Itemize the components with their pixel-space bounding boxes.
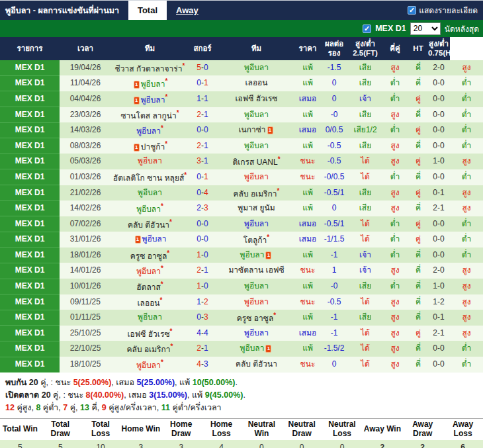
team-name[interactable]: พูอีบลา bbox=[138, 188, 162, 197]
summary-segment: คู่สูง/ครึ่งเวลา, bbox=[107, 403, 161, 412]
show-detail-checkbox[interactable]: ✓ bbox=[408, 6, 416, 15]
away-team-cell: พูอีบลา bbox=[216, 216, 296, 232]
team-name[interactable]: พูอีบลา bbox=[244, 219, 269, 228]
summary-segment: 20 bbox=[42, 390, 51, 400]
team-name[interactable]: คลับ ตีฮัวนา bbox=[236, 359, 277, 369]
match-row: MEX D101/03/26ฮัตเลติโก ซาน หลุยส์*0-1พู… bbox=[0, 169, 483, 185]
team-name[interactable]: พูอีบลา bbox=[136, 126, 161, 136]
handicap-result-cell: เสีย bbox=[349, 75, 381, 91]
team-name[interactable]: คลับ ตีฮัวนา bbox=[128, 220, 169, 230]
red-card-icon: 1 bbox=[134, 144, 140, 152]
star-marker: * bbox=[161, 124, 163, 132]
odd-even-cell: คี่ bbox=[409, 138, 427, 154]
team-name[interactable]: พูอีบลา bbox=[244, 63, 269, 72]
star-marker: * bbox=[182, 62, 185, 69]
team-name[interactable]: คลับ อเมริกา bbox=[234, 189, 277, 199]
handicap-result-cell: ได้ bbox=[349, 341, 381, 357]
over-under-ft-cell: สูง bbox=[381, 60, 409, 76]
home-score: 2 bbox=[197, 343, 201, 353]
match-row: MEX D104/04/261พูอีบลา*1-1เอฟซี ฮัวเรซเส… bbox=[0, 91, 483, 107]
league-cell: MEX D1 bbox=[0, 138, 60, 154]
date-cell: 31/01/26 bbox=[60, 232, 111, 247]
odd-even-cell: คี่ bbox=[409, 247, 427, 263]
team-name[interactable]: พูอีบลา bbox=[244, 110, 269, 119]
match-row: MEX D125/10/25เอฟซี ฮัวเรซ*4-4พูอีบลาเสม… bbox=[0, 326, 483, 341]
team-name[interactable]: โตลูก้า bbox=[243, 236, 267, 245]
team-name[interactable]: คลับ อเมริกา bbox=[127, 345, 171, 354]
handicap-result-cell: เจ้า bbox=[349, 91, 381, 107]
team-name[interactable]: พูอีบลา bbox=[141, 79, 165, 89]
team-name[interactable]: เลออน bbox=[138, 298, 160, 308]
away-score: 1 bbox=[204, 156, 208, 165]
match-count-select[interactable]: 20 bbox=[410, 22, 441, 35]
star-marker: * bbox=[267, 234, 269, 241]
odd-even-cell: คู่ bbox=[409, 216, 427, 232]
team-name[interactable]: ครูซ อาซูล bbox=[237, 314, 273, 323]
home-score: 0 bbox=[197, 78, 201, 87]
stats-column-header: Away Win bbox=[362, 419, 402, 440]
odds-cell: -0/0.5 bbox=[319, 169, 349, 185]
stats-value: 0 bbox=[242, 440, 282, 448]
team-name[interactable]: มาซัตลาน เอฟซี bbox=[228, 265, 284, 275]
away-team-cell: โตลูก้า* bbox=[216, 232, 296, 247]
star-marker: * bbox=[278, 156, 281, 163]
score-cell: 1-2 bbox=[189, 294, 216, 310]
team-name[interactable]: พูอีบลา bbox=[240, 343, 265, 353]
home-score: 3 bbox=[197, 156, 201, 165]
tab-total[interactable]: Total bbox=[128, 1, 167, 20]
team-name[interactable]: พูอีบลา bbox=[141, 95, 165, 105]
date-cell: 21/02/26 bbox=[60, 185, 111, 201]
team-name[interactable]: พูอีบลา bbox=[138, 156, 162, 165]
score-cell: 1-0 bbox=[189, 279, 216, 294]
team-name[interactable]: ฮัตเลติโก ซาน หลุยส์ bbox=[113, 173, 184, 183]
team-name[interactable]: พูมาส ยูนัม bbox=[238, 203, 275, 212]
team-name[interactable]: พูอีบลา bbox=[244, 328, 269, 337]
column-header-row: รายการเวลาทีมสกอร์ทีมราคาผลต่อรองสูง/ต่ำ… bbox=[0, 37, 483, 60]
tab-away[interactable]: Away bbox=[167, 1, 208, 20]
team-name[interactable]: ติเกรส UANL bbox=[232, 157, 277, 167]
team-name[interactable]: ซานโตส ลากูน่า bbox=[120, 111, 176, 120]
score-cell: 1-1 bbox=[189, 91, 216, 107]
team-name[interactable]: พูอีบลา bbox=[244, 141, 269, 150]
check-icon: ✓ bbox=[364, 24, 370, 32]
handicap-result-cell: ได้ bbox=[349, 216, 381, 232]
odds-cell: 0/0.5 bbox=[319, 122, 349, 138]
team-name[interactable]: พูอีบลา bbox=[142, 234, 167, 244]
league-checkbox[interactable]: ✓ bbox=[363, 24, 371, 33]
team-name[interactable]: พูอีบลา bbox=[136, 204, 161, 214]
team-name[interactable]: เอฟซี ฮัวเรซ bbox=[235, 94, 277, 103]
team-name[interactable]: เอฟซี ฮัวเรซ bbox=[128, 330, 170, 339]
handicap-result-cell: เสีย bbox=[349, 279, 381, 294]
team-name[interactable]: พูอีบลา bbox=[136, 267, 161, 276]
team-name[interactable]: ฮัตลาส bbox=[136, 283, 161, 292]
odds-cell: -0.5/1 bbox=[319, 216, 349, 232]
team-name[interactable]: พูอีบลา bbox=[240, 250, 265, 259]
home-team-cell: 1พูอีบลา bbox=[111, 232, 189, 247]
team-name[interactable]: พูอีบลา bbox=[244, 172, 269, 181]
away-score: 0 bbox=[204, 250, 208, 259]
away-team-cell: พูอีบลา1 bbox=[216, 247, 296, 263]
team-name[interactable]: พูอีบลา bbox=[244, 297, 269, 306]
team-name[interactable]: ปาชูก้า bbox=[141, 142, 165, 152]
date-cell: 01/11/25 bbox=[60, 310, 111, 326]
team-name[interactable]: พูอีบลา bbox=[244, 281, 269, 291]
score-cell: 0-4 bbox=[189, 185, 216, 201]
summary-segment: , เสมอ bbox=[111, 378, 136, 387]
team-name[interactable]: เนกาซ่า bbox=[238, 125, 265, 134]
ht-score-cell: 0-0 bbox=[427, 91, 450, 107]
stats-value: 6 bbox=[443, 440, 483, 448]
odd-even-cell: คู่ bbox=[409, 326, 427, 341]
summary-segment: 8(40.00%) bbox=[86, 390, 124, 400]
team-name[interactable]: ชีวาส กัวตาลาจาร่า bbox=[115, 64, 183, 73]
home-score: 0 bbox=[197, 125, 201, 134]
team-name[interactable]: ครูซ อาซูล bbox=[130, 251, 167, 261]
team-name[interactable]: พูอีบลา bbox=[138, 312, 162, 322]
match-row: MEX D105/03/26พูอีบลา3-1ติเกรส UANL*ชนะ-… bbox=[0, 154, 483, 169]
summary-segment: 12 bbox=[5, 403, 15, 412]
team-name[interactable]: เลออน bbox=[245, 78, 267, 87]
ht-score-cell: 0-0 bbox=[427, 138, 450, 154]
handicap-result-cell: เสีย1/2 bbox=[349, 122, 381, 138]
team-name[interactable]: พูอีบลา bbox=[136, 361, 161, 370]
away-team-cell: พูอีบลา bbox=[216, 60, 296, 76]
result-cell: ชนะ bbox=[296, 294, 319, 310]
